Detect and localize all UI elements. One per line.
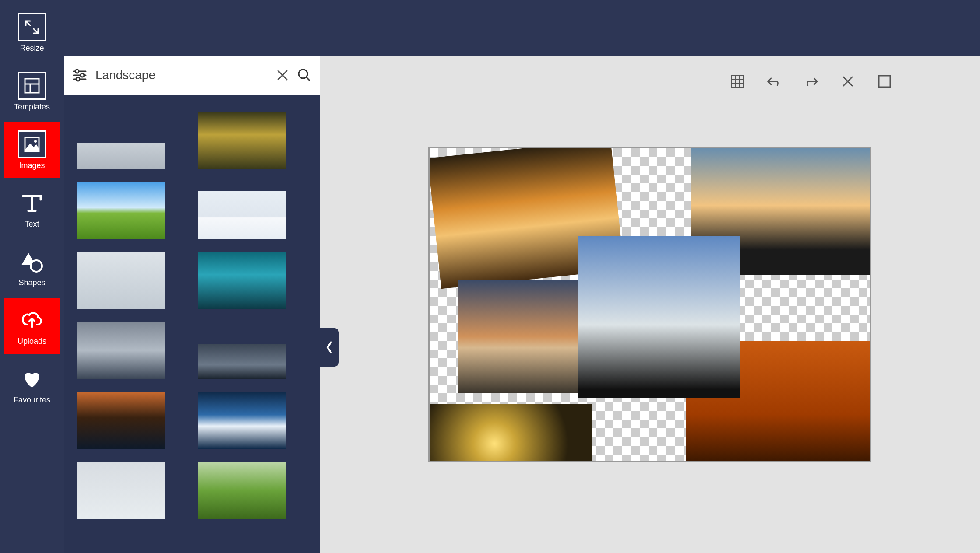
svg-point-1	[34, 140, 37, 143]
thumbnail[interactable]	[198, 252, 286, 309]
images-icon	[18, 130, 46, 158]
svg-point-8	[76, 77, 80, 81]
search-icon[interactable]	[297, 68, 312, 83]
canvas-area	[320, 56, 980, 553]
templates-icon	[18, 72, 46, 100]
sidebar-label: Text	[25, 220, 39, 229]
shapes-icon	[18, 248, 46, 276]
thumbnail-grid	[64, 94, 320, 553]
grid-tool[interactable]	[730, 74, 745, 89]
sidebar-item-uploads[interactable]: Uploads	[4, 298, 60, 354]
placed-image[interactable]	[578, 236, 740, 398]
text-icon	[18, 189, 46, 217]
filter-icon[interactable]	[72, 67, 88, 83]
images-panel	[64, 56, 320, 553]
design-canvas[interactable]	[428, 147, 871, 462]
placed-image[interactable]	[430, 404, 592, 461]
thumbnail[interactable]	[77, 112, 165, 169]
sidebar-label: Uploads	[18, 337, 46, 346]
sidebar-label: Resize	[20, 44, 44, 53]
sidebar-label: Templates	[14, 102, 50, 112]
svg-point-6	[81, 74, 84, 77]
thumbnail[interactable]	[77, 462, 165, 519]
sidebar-label: Favourites	[14, 396, 50, 405]
thumbnail[interactable]	[77, 392, 165, 449]
top-bar	[0, 0, 980, 56]
svg-line-10	[307, 77, 310, 81]
thumbnail[interactable]	[198, 182, 286, 239]
undo-tool[interactable]	[766, 74, 782, 89]
redo-tool[interactable]	[803, 74, 819, 89]
app-root: Resize Templates Images Text	[0, 0, 980, 553]
svg-rect-11	[731, 75, 744, 88]
blank-tool[interactable]	[877, 74, 892, 89]
thumbnail[interactable]	[198, 112, 286, 169]
thumbnail[interactable]	[198, 322, 286, 379]
svg-point-2	[31, 260, 42, 272]
resize-icon	[18, 13, 46, 41]
thumbnail[interactable]	[77, 182, 165, 239]
thumbnail[interactable]	[77, 322, 165, 379]
sidebar-label: Shapes	[18, 278, 45, 287]
search-input[interactable]	[95, 68, 268, 82]
sidebar-item-shapes[interactable]: Shapes	[4, 239, 60, 295]
sidebar: Resize Templates Images Text	[0, 0, 64, 553]
canvas-toolbar	[730, 74, 892, 89]
svg-rect-16	[879, 76, 890, 87]
placed-image[interactable]	[458, 280, 589, 393]
clear-icon[interactable]	[276, 69, 289, 82]
svg-point-4	[75, 70, 79, 73]
thumbnail[interactable]	[77, 252, 165, 309]
sidebar-label: Images	[19, 161, 45, 170]
sidebar-item-favourites[interactable]: Favourites	[4, 357, 60, 413]
sidebar-item-images[interactable]: Images	[4, 122, 60, 178]
sidebar-item-templates[interactable]: Templates	[4, 63, 60, 119]
uploads-icon	[18, 306, 46, 334]
sidebar-item-resize[interactable]: Resize	[4, 5, 60, 61]
heart-icon	[18, 365, 46, 393]
collapse-panel-button[interactable]	[320, 328, 339, 367]
thumbnail[interactable]	[198, 462, 286, 519]
close-tool[interactable]	[840, 74, 856, 89]
sidebar-item-text[interactable]: Text	[4, 181, 60, 237]
thumbnail[interactable]	[198, 392, 286, 449]
search-bar	[64, 56, 320, 94]
